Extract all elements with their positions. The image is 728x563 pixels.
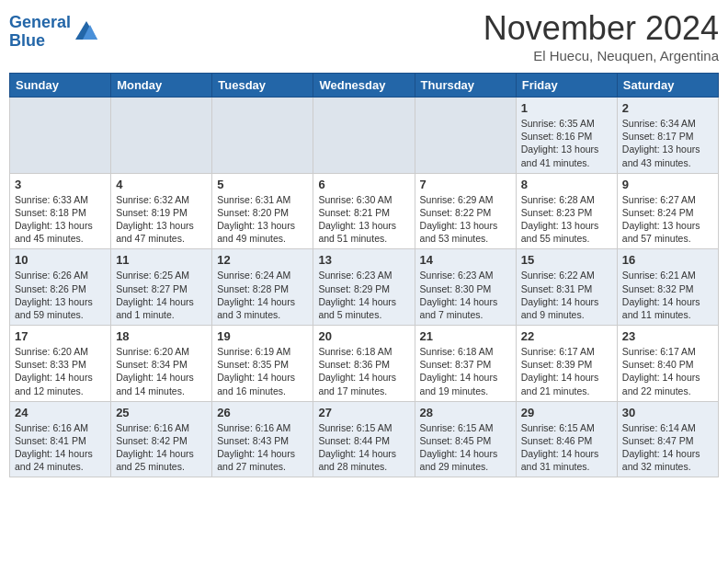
- calendar-cell: 15Sunrise: 6:22 AMSunset: 8:31 PMDayligh…: [516, 249, 617, 326]
- calendar-week-row: 1Sunrise: 6:35 AMSunset: 8:16 PMDaylight…: [10, 98, 719, 174]
- day-of-week-header: Tuesday: [212, 74, 313, 98]
- calendar-cell: [212, 98, 313, 174]
- day-number: 19: [217, 329, 308, 343]
- day-of-week-header: Monday: [111, 74, 212, 98]
- cell-info: Sunrise: 6:14 AMSunset: 8:47 PMDaylight:…: [622, 421, 713, 474]
- calendar-cell: 3Sunrise: 6:33 AMSunset: 8:18 PMDaylight…: [10, 173, 111, 249]
- calendar-cell: 19Sunrise: 6:19 AMSunset: 8:35 PMDayligh…: [212, 326, 313, 402]
- logo-icon: [74, 19, 99, 45]
- calendar-cell: 13Sunrise: 6:23 AMSunset: 8:29 PMDayligh…: [313, 249, 415, 326]
- calendar-cell: 16Sunrise: 6:21 AMSunset: 8:32 PMDayligh…: [617, 249, 718, 326]
- day-number: 21: [420, 329, 511, 343]
- calendar-cell: 11Sunrise: 6:25 AMSunset: 8:27 PMDayligh…: [111, 249, 212, 326]
- calendar-cell: 18Sunrise: 6:20 AMSunset: 8:34 PMDayligh…: [111, 326, 212, 402]
- calendar-cell: [111, 98, 212, 174]
- calendar-cell: 29Sunrise: 6:15 AMSunset: 8:46 PMDayligh…: [516, 401, 617, 477]
- day-number: 18: [116, 329, 207, 343]
- cell-info: Sunrise: 6:29 AMSunset: 8:22 PMDaylight:…: [420, 193, 511, 246]
- calendar-cell: 2Sunrise: 6:34 AMSunset: 8:17 PMDaylight…: [617, 98, 718, 174]
- calendar-cell: 17Sunrise: 6:20 AMSunset: 8:33 PMDayligh…: [10, 326, 111, 402]
- day-number: 2: [622, 101, 713, 115]
- calendar-cell: 4Sunrise: 6:32 AMSunset: 8:19 PMDaylight…: [111, 173, 212, 249]
- calendar-cell: 25Sunrise: 6:16 AMSunset: 8:42 PMDayligh…: [111, 401, 212, 477]
- day-number: 28: [420, 406, 511, 419]
- cell-info: Sunrise: 6:22 AMSunset: 8:31 PMDaylight:…: [521, 269, 612, 321]
- logo: General Blue: [9, 14, 99, 51]
- calendar-week-row: 17Sunrise: 6:20 AMSunset: 8:33 PMDayligh…: [10, 326, 719, 402]
- cell-info: Sunrise: 6:17 AMSunset: 8:40 PMDaylight:…: [622, 345, 713, 397]
- day-number: 12: [217, 253, 308, 267]
- calendar-cell: [10, 98, 111, 174]
- calendar-week-row: 10Sunrise: 6:26 AMSunset: 8:26 PMDayligh…: [10, 249, 719, 326]
- calendar-cell: 14Sunrise: 6:23 AMSunset: 8:30 PMDayligh…: [415, 249, 516, 326]
- calendar-week-row: 24Sunrise: 6:16 AMSunset: 8:41 PMDayligh…: [10, 401, 719, 477]
- day-number: 1: [521, 101, 612, 115]
- day-number: 27: [318, 406, 409, 419]
- cell-info: Sunrise: 6:16 AMSunset: 8:41 PMDaylight:…: [15, 421, 106, 474]
- day-number: 22: [521, 329, 612, 343]
- cell-info: Sunrise: 6:25 AMSunset: 8:27 PMDaylight:…: [116, 269, 207, 321]
- cell-info: Sunrise: 6:20 AMSunset: 8:33 PMDaylight:…: [15, 345, 106, 397]
- calendar-cell: 5Sunrise: 6:31 AMSunset: 8:20 PMDaylight…: [212, 173, 313, 249]
- calendar-cell: 22Sunrise: 6:17 AMSunset: 8:39 PMDayligh…: [516, 326, 617, 402]
- day-number: 15: [521, 253, 612, 267]
- cell-info: Sunrise: 6:18 AMSunset: 8:37 PMDaylight:…: [420, 345, 511, 397]
- day-number: 7: [420, 178, 511, 191]
- calendar-cell: 7Sunrise: 6:29 AMSunset: 8:22 PMDaylight…: [415, 173, 516, 249]
- month-year: November 2024: [483, 9, 719, 48]
- day-number: 26: [217, 406, 308, 419]
- day-number: 24: [15, 406, 106, 419]
- day-number: 10: [15, 253, 106, 267]
- cell-info: Sunrise: 6:16 AMSunset: 8:42 PMDaylight:…: [116, 421, 207, 474]
- calendar-cell: 6Sunrise: 6:30 AMSunset: 8:21 PMDaylight…: [313, 173, 415, 249]
- calendar-cell: 10Sunrise: 6:26 AMSunset: 8:26 PMDayligh…: [10, 249, 111, 326]
- cell-info: Sunrise: 6:30 AMSunset: 8:21 PMDaylight:…: [318, 193, 409, 246]
- calendar-table: SundayMondayTuesdayWednesdayThursdayFrid…: [9, 73, 719, 477]
- day-number: 14: [420, 253, 511, 267]
- cell-info: Sunrise: 6:20 AMSunset: 8:34 PMDaylight:…: [116, 345, 207, 397]
- calendar-cell: 9Sunrise: 6:27 AMSunset: 8:24 PMDaylight…: [617, 173, 718, 249]
- day-number: 13: [318, 253, 409, 267]
- title-block: November 2024 El Huecu, Neuquen, Argenti…: [483, 9, 719, 63]
- calendar-cell: 26Sunrise: 6:16 AMSunset: 8:43 PMDayligh…: [212, 401, 313, 477]
- day-number: 23: [622, 329, 713, 343]
- day-number: 11: [116, 253, 207, 267]
- cell-info: Sunrise: 6:23 AMSunset: 8:29 PMDaylight:…: [318, 269, 409, 321]
- calendar-cell: 27Sunrise: 6:15 AMSunset: 8:44 PMDayligh…: [313, 401, 415, 477]
- calendar-cell: 8Sunrise: 6:28 AMSunset: 8:23 PMDaylight…: [516, 173, 617, 249]
- day-number: 8: [521, 178, 612, 191]
- cell-info: Sunrise: 6:15 AMSunset: 8:44 PMDaylight:…: [318, 421, 409, 474]
- calendar-cell: 28Sunrise: 6:15 AMSunset: 8:45 PMDayligh…: [415, 401, 516, 477]
- cell-info: Sunrise: 6:19 AMSunset: 8:35 PMDaylight:…: [217, 345, 308, 397]
- day-number: 20: [318, 329, 409, 343]
- calendar-cell: 21Sunrise: 6:18 AMSunset: 8:37 PMDayligh…: [415, 326, 516, 402]
- logo-text: General Blue: [9, 14, 71, 51]
- cell-info: Sunrise: 6:32 AMSunset: 8:19 PMDaylight:…: [116, 193, 207, 246]
- day-of-week-header: Sunday: [10, 74, 111, 98]
- cell-info: Sunrise: 6:17 AMSunset: 8:39 PMDaylight:…: [521, 345, 612, 397]
- day-number: 6: [318, 178, 409, 191]
- calendar-cell: [313, 98, 415, 174]
- cell-info: Sunrise: 6:26 AMSunset: 8:26 PMDaylight:…: [15, 269, 106, 321]
- calendar-week-row: 3Sunrise: 6:33 AMSunset: 8:18 PMDaylight…: [10, 173, 719, 249]
- day-number: 9: [622, 178, 713, 191]
- day-number: 16: [622, 253, 713, 267]
- calendar-cell: 23Sunrise: 6:17 AMSunset: 8:40 PMDayligh…: [617, 326, 718, 402]
- cell-info: Sunrise: 6:18 AMSunset: 8:36 PMDaylight:…: [318, 345, 409, 397]
- day-number: 5: [217, 178, 308, 191]
- day-number: 30: [622, 406, 713, 419]
- cell-info: Sunrise: 6:24 AMSunset: 8:28 PMDaylight:…: [217, 269, 308, 321]
- cell-info: Sunrise: 6:35 AMSunset: 8:16 PMDaylight:…: [521, 117, 612, 169]
- day-of-week-header: Thursday: [415, 74, 516, 98]
- day-number: 17: [15, 329, 106, 343]
- cell-info: Sunrise: 6:15 AMSunset: 8:46 PMDaylight:…: [521, 421, 612, 474]
- location: El Huecu, Neuquen, Argentina: [483, 48, 719, 63]
- day-of-week-header: Friday: [516, 74, 617, 98]
- calendar-cell: 30Sunrise: 6:14 AMSunset: 8:47 PMDayligh…: [617, 401, 718, 477]
- cell-info: Sunrise: 6:21 AMSunset: 8:32 PMDaylight:…: [622, 269, 713, 321]
- day-number: 4: [116, 178, 207, 191]
- cell-info: Sunrise: 6:28 AMSunset: 8:23 PMDaylight:…: [521, 193, 612, 246]
- day-number: 3: [15, 178, 106, 191]
- cell-info: Sunrise: 6:23 AMSunset: 8:30 PMDaylight:…: [420, 269, 511, 321]
- cell-info: Sunrise: 6:31 AMSunset: 8:20 PMDaylight:…: [217, 193, 308, 246]
